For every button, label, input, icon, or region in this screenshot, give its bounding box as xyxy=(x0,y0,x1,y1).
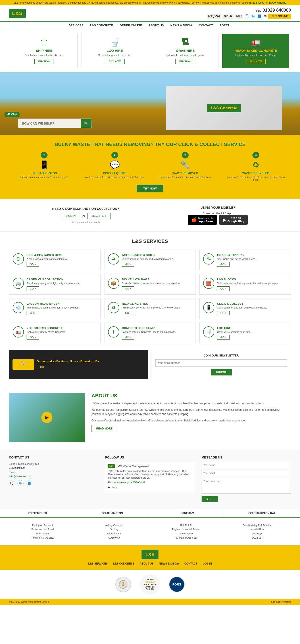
app-store-button[interactable]: 🍎 Download on the App Store xyxy=(188,215,217,225)
service-title-2: GRABS & TIPPERS xyxy=(217,253,256,257)
skip-buy-now-button[interactable]: BUY NOW xyxy=(34,59,54,64)
social-icons: 💬 🐦 📘 xyxy=(9,480,98,486)
cc-step-3-title: WASTE REMOVED xyxy=(154,172,217,175)
concrete-buy-now-button[interactable]: BUY NOW xyxy=(246,59,266,64)
newsletter-card: JOIN OUR NEWSLETTER SUBMIT xyxy=(152,350,291,379)
service-desc-6: The ultimate cleaning and litter removal… xyxy=(26,306,79,309)
mobile-section: USING YOUR MOBILE? Download the L&S App:… xyxy=(188,206,248,225)
send-button[interactable]: SEND xyxy=(202,496,218,502)
nav-contact[interactable]: CONTACT xyxy=(199,24,213,27)
contact-email[interactable]: info@lswaste.co.uk xyxy=(9,475,32,478)
service-go-button-9[interactable]: GO > xyxy=(26,335,39,340)
mc-icon: MC xyxy=(235,14,243,19)
message-email-input[interactable] xyxy=(202,470,291,476)
service-go-button-7[interactable]: GO > xyxy=(122,311,134,315)
nav-concrete[interactable]: L&S CONCRETE xyxy=(90,24,113,27)
nav-about[interactable]: ABOUT US xyxy=(149,24,164,27)
logo[interactable]: L&S xyxy=(9,9,26,18)
visa-icon: VISA xyxy=(222,14,234,19)
service-go-button-10[interactable]: GO > xyxy=(122,335,134,340)
hero-card-skip: 🗑 SKIP HIRE Reliable and cost effective … xyxy=(11,34,78,68)
register-button[interactable]: REGISTER xyxy=(87,213,110,219)
recycle-icon: ♻ xyxy=(224,160,288,170)
search-button[interactable]: 🔍 xyxy=(81,119,92,128)
search-input[interactable] xyxy=(18,120,81,128)
loo-card-title: LOO HIRE xyxy=(85,49,144,52)
location-tab-portsmouth[interactable]: PORTSMOUTH xyxy=(0,509,75,518)
contact-sales: Sales & Customer Services: xyxy=(9,462,98,466)
chat-bubble[interactable]: 💬 Chat xyxy=(4,112,20,118)
service-go-button-5[interactable]: GO > xyxy=(217,286,230,291)
grab-buy-now-button[interactable]: BUY NOW xyxy=(176,59,195,64)
location-tab-southampton-rail[interactable]: SOUTHAMPTON RAIL xyxy=(225,509,300,518)
footer-nav-item-5[interactable]: LOG IN xyxy=(203,562,212,565)
message-name-input[interactable] xyxy=(202,462,291,468)
location-tab-southampton[interactable]: SOUTHAMPTON xyxy=(75,509,150,518)
footings-info: Groundworks · Footings · House · Extensi… xyxy=(37,360,102,369)
service-go-button-11[interactable]: GO > xyxy=(217,335,230,340)
cc-step-1-title: UPLOAD PHOTOS xyxy=(12,172,76,175)
nav-services[interactable]: SERVICES xyxy=(69,24,84,27)
play-button[interactable]: ▶ xyxy=(41,412,52,423)
nav-portal[interactable]: PORTAL xyxy=(220,24,231,27)
click-collect-section: BULKY WASTE THAT NEEDS REMOVING? TRY OUR… xyxy=(0,135,300,199)
read-more-button[interactable]: READ MORE xyxy=(92,425,117,432)
service-go-button-2[interactable]: GO > xyxy=(217,262,230,266)
service-info-2: GRABS & TIPPERS Soil, rubble and mixed w… xyxy=(217,253,256,266)
loo-card-desc: Great value portable toilet hire. xyxy=(85,54,144,56)
service-go-button-8[interactable]: GO > xyxy=(217,311,230,315)
footer-nav-item-1[interactable]: L&S CONCRETE xyxy=(113,562,134,565)
ls-social-link[interactable]: Find out more ow.ly/3mW35GG2rWj xyxy=(108,481,145,484)
footer-nav-item-4[interactable]: CONTACT xyxy=(184,562,197,565)
concrete-card-desc: High quality concrete and Line Pump. xyxy=(226,54,286,56)
hero-truck: L&S Concrete xyxy=(166,86,282,130)
message-title: MESSAGE US xyxy=(202,456,291,459)
header-phone[interactable]: 01329 840000 xyxy=(262,8,291,12)
footer-logo: L&S xyxy=(142,550,158,560)
service-go-button-6[interactable]: GO > xyxy=(26,311,39,315)
banner-book[interactable]: BOOK ONLINE xyxy=(269,1,286,4)
twitter-icon[interactable]: 🐦 xyxy=(251,14,256,18)
hero-card-concrete: 🚛 READY MIXED CONCRETE High quality conc… xyxy=(222,34,289,68)
nav-news[interactable]: NEWS & MEDIA xyxy=(170,24,192,27)
footer-nav-item-3[interactable]: NEWS & MEDIA xyxy=(159,562,179,565)
whatsapp-icon[interactable]: 💬 xyxy=(245,14,249,18)
footer-nav-item-2[interactable]: ABOUT US xyxy=(140,562,154,565)
service-go-button-4[interactable]: GO > xyxy=(122,286,134,291)
loo-buy-now-button[interactable]: BUY NOW xyxy=(105,59,125,64)
service-desc-7: Full disposal services for Registered Ca… xyxy=(122,306,181,309)
search-bar[interactable]: 🔍 xyxy=(18,118,92,128)
facebook-social-icon[interactable]: 📘 xyxy=(26,480,32,486)
service-desc-3: For virtually any type of light bulky wa… xyxy=(26,282,81,284)
about-para1: L&S is one of the leading independent wa… xyxy=(92,401,291,406)
newsletter-email-input[interactable] xyxy=(155,360,287,366)
try-now-button[interactable]: TRY NOW xyxy=(136,184,164,192)
service-info-9: VOLUMETRIC CONCRETE High quality Ready M… xyxy=(26,326,66,340)
facebook-icon[interactable]: 📘 xyxy=(257,14,262,18)
location-addresses: Farlington RedoubtPortsdown Hill RoadPor… xyxy=(0,518,300,546)
banner-phone[interactable]: 01329 840000 xyxy=(248,1,264,4)
whatsapp-social-icon[interactable]: 💬 xyxy=(9,480,15,486)
footings-go-button[interactable]: GO > xyxy=(37,365,50,369)
cc-step-1: 1 📱 UPLOAD PHOTOS Upload images of your … xyxy=(9,152,80,181)
about-content: ABOUT US L&S is one of the leading indep… xyxy=(92,393,291,442)
skip-card-title: SKIP HIRE xyxy=(14,49,74,52)
service-card-11: 🚽 LOO HIRE Great value portable toilet h… xyxy=(199,322,291,343)
message-textarea[interactable] xyxy=(202,478,291,494)
contact-phone[interactable]: 01329 840000 xyxy=(9,466,24,469)
service-go-button-0[interactable]: GO > xyxy=(26,262,39,266)
location-tab-fareham[interactable]: FAREHAM xyxy=(150,509,225,518)
buy-online-button[interactable]: BUY ONLINE xyxy=(268,14,291,19)
newsletter-submit-button[interactable]: SUBMIT xyxy=(211,369,232,376)
email-icon[interactable]: ✉ xyxy=(264,14,266,18)
twitter-social-icon[interactable]: 🐦 xyxy=(18,480,24,486)
nav-order[interactable]: ORDER ONLINE xyxy=(120,24,142,27)
service-go-button-1[interactable]: GO > xyxy=(122,262,134,266)
svg-text:🏆: 🏆 xyxy=(121,582,126,586)
service-go-button-3[interactable]: GO > xyxy=(26,286,39,291)
ls-social-logo: L&S L&S Waste Management xyxy=(108,464,192,468)
footer-nav-item-0[interactable]: L&S SERVICES xyxy=(88,562,108,565)
google-play-button[interactable]: ▶ GET IT ON Google Play xyxy=(219,215,248,225)
header-tel: TEL: 01329 840000 xyxy=(207,8,291,13)
sign-in-button[interactable]: SIGN IN xyxy=(61,213,80,219)
